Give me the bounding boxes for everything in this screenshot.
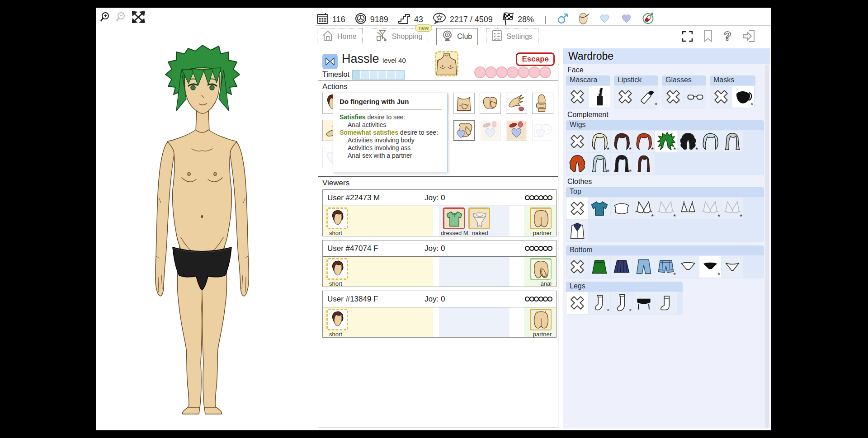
wardrobe-item-none-x[interactable] <box>566 131 588 152</box>
wardrobe-item-mask[interactable]: * <box>732 86 754 108</box>
fullscreen-icon[interactable] <box>681 30 693 44</box>
wardrobe-item-wig-long[interactable] <box>722 131 743 152</box>
zoom-out-icon[interactable] <box>116 11 128 25</box>
wardrobe-item-bra[interactable]: * <box>722 198 743 219</box>
wardrobe-item-wig-pigtails[interactable] <box>633 153 655 174</box>
wardrobe-item-jacket[interactable] <box>566 220 588 241</box>
purple-heart-icon[interactable] <box>620 13 632 27</box>
exit-icon[interactable] <box>742 30 755 44</box>
wardrobe-item-wig-short[interactable] <box>699 131 721 152</box>
wardrobe-item-wig-curly[interactable] <box>566 153 588 174</box>
expand-icon[interactable] <box>132 11 145 25</box>
wardrobe-item-thong[interactable]: * <box>699 256 721 278</box>
wardrobe-scrollbar[interactable] <box>765 65 769 428</box>
wardrobe-item-skirt[interactable] <box>589 256 610 278</box>
wardrobe-item-skirt-pleated[interactable] <box>611 256 632 278</box>
action-icon-breasts-heart[interactable] <box>532 120 553 141</box>
wardrobe-item-none-x[interactable] <box>566 86 588 108</box>
action-icon-butt-hand[interactable] <box>480 93 501 114</box>
wardrobe-item-boot[interactable] <box>655 292 677 314</box>
viewer-joy: Joy: 0 <box>425 295 479 304</box>
wardrobe-item-none-x[interactable] <box>566 198 588 219</box>
nav-home[interactable]: Home <box>317 28 363 45</box>
wardrobe-item-none-x[interactable] <box>614 86 636 108</box>
home-icon <box>322 30 334 43</box>
timeslot-cell <box>387 71 396 79</box>
timeslot-cell <box>353 71 361 79</box>
token-circles <box>475 66 551 78</box>
wardrobe-item-panties[interactable] <box>677 256 699 278</box>
wardrobe-item-gstring[interactable] <box>722 256 743 278</box>
viewer-row: User #13849 FJoy: 0shortpartner <box>322 291 557 338</box>
bookmark-icon[interactable] <box>703 30 712 44</box>
male-symbol-icon[interactable] <box>557 13 569 27</box>
nav-club[interactable]: Club <box>436 28 478 45</box>
help-icon[interactable]: ? <box>722 29 732 45</box>
wardrobe-item-bra[interactable]: * <box>633 198 655 219</box>
viewer-thumb-anal[interactable] <box>530 258 552 280</box>
blue-heart-icon[interactable] <box>599 13 611 27</box>
action-icon-finger-hand[interactable] <box>506 93 527 114</box>
wardrobe-item-stocking[interactable]: * <box>611 292 632 314</box>
window-icons: ? <box>681 29 755 45</box>
wardrobe-item-garter[interactable] <box>633 292 655 314</box>
wardrobe-item-bikini[interactable] <box>677 198 699 219</box>
viewer-thumb-partner[interactable] <box>530 207 552 229</box>
action-icon-grab[interactable] <box>532 93 553 114</box>
zoom-in-icon[interactable] <box>100 11 112 25</box>
wardrobe-item-glasses[interactable] <box>684 86 706 108</box>
viewer-thumb-naked[interactable] <box>468 207 490 229</box>
escape-button[interactable]: Escape <box>516 52 555 66</box>
face-icon[interactable] <box>578 12 589 27</box>
wardrobe-item-wig-spiky[interactable]: * <box>655 131 677 152</box>
viewer-thumb-short[interactable] <box>326 258 348 280</box>
wardrobe-item-sock[interactable]: * <box>589 292 610 314</box>
wardrobe-item-bra[interactable]: * <box>655 198 677 219</box>
wardrobe-group-mascara: Mascara <box>566 75 610 108</box>
action-icon-butt-heart[interactable] <box>453 120 475 141</box>
wardrobe-item-none-x[interactable] <box>710 86 732 108</box>
wardrobe-item-lipstick[interactable]: * <box>637 86 658 108</box>
canvas-zoom-tools <box>100 11 145 25</box>
wardrobe-item-shorts[interactable]: * <box>655 256 677 278</box>
wardrobe-item-bra[interactable]: * <box>699 198 721 219</box>
wardrobe-item-none-x[interactable] <box>566 292 588 314</box>
wardrobe-item-mascara[interactable] <box>589 86 610 108</box>
stat-calendar-icon: 116 <box>316 13 345 27</box>
nav-settings[interactable]: Settings <box>486 28 538 45</box>
stat-value: 9189 <box>370 15 388 24</box>
wardrobe-item-none-x[interactable] <box>662 86 684 108</box>
timeslot-cell <box>361 71 370 79</box>
group-label: Wigs <box>566 120 764 130</box>
wardrobe-item-pants[interactable] <box>633 256 655 278</box>
thumb-label: dressed M <box>441 230 468 236</box>
action-icon-chest-hand[interactable] <box>453 93 475 114</box>
viewer-thumb-partner[interactable] <box>530 309 552 330</box>
wardrobe-item-wig-long[interactable]: * <box>589 153 610 174</box>
nav-shopping[interactable]: Shoppingnew <box>371 28 429 45</box>
wardrobe-item-wig-short[interactable]: * <box>611 131 632 152</box>
character-figure[interactable] <box>141 44 268 419</box>
action-icon-toy-heart[interactable] <box>506 120 527 141</box>
joy-circles <box>525 195 552 200</box>
wardrobe-item-wig-short[interactable]: * <box>589 131 610 152</box>
partner-type-icon <box>322 54 338 69</box>
wardrobe-section-complement: Complement <box>567 111 770 119</box>
stat-value: 2217 / 4509 <box>450 15 493 24</box>
viewer-user: User #22473 M <box>327 193 425 203</box>
viewer-thumb-dressed-M[interactable] <box>443 207 465 229</box>
action-icon-toy-heart[interactable] <box>480 120 501 141</box>
wardrobe-item-wig-short[interactable]: * <box>633 131 655 152</box>
viewer-thumb-short[interactable] <box>326 207 348 229</box>
token-circle <box>518 66 529 78</box>
viewer-user: User #13849 F <box>327 295 425 304</box>
wardrobe-item-tshirt[interactable] <box>589 198 610 219</box>
viewer-thumb-short[interactable] <box>326 309 348 330</box>
wardrobe-item-none-x[interactable] <box>566 256 588 278</box>
wardrobe-item-wig-curly[interactable]: * <box>677 131 699 152</box>
wardrobe-item-off-shoulder[interactable] <box>611 198 632 219</box>
body-zone-thumb[interactable] <box>435 51 458 76</box>
wardrobe-item-wig-long[interactable]: * <box>611 153 632 174</box>
pill-icon[interactable] <box>642 12 654 27</box>
divider <box>318 176 558 177</box>
